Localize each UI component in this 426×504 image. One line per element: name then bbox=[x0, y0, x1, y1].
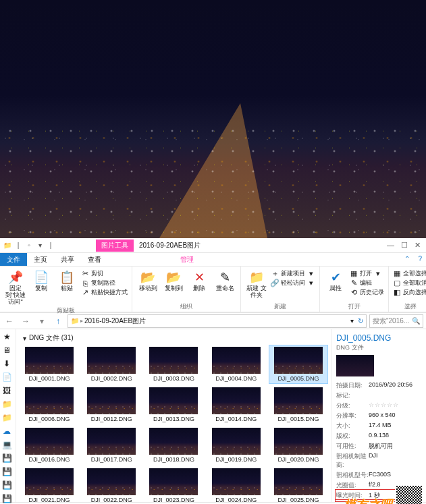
maximize-button[interactable]: ☐ bbox=[401, 241, 408, 250]
file-thumb[interactable]: DJI_0014.DNG bbox=[207, 386, 265, 424]
drive-icon[interactable]: 💾 bbox=[1, 494, 12, 503]
new-item-button[interactable]: ＋新建项目▾ bbox=[271, 269, 315, 278]
thumb-name: DJI_0003.DNG bbox=[153, 374, 194, 382]
easy-access-button[interactable]: 🔗轻松访问▾ bbox=[271, 279, 315, 287]
detail-row: 可用性:脱机可用 bbox=[336, 441, 422, 451]
tab-file[interactable]: 文件 bbox=[0, 253, 27, 266]
pictures-icon[interactable]: 🖼 bbox=[1, 386, 12, 395]
tab-home[interactable]: 主页 bbox=[27, 253, 54, 266]
detail-row: 大小:17.4 MB bbox=[336, 421, 422, 431]
thumb-image bbox=[212, 347, 261, 374]
hero-photo bbox=[0, 0, 426, 238]
delete-button[interactable]: ✕删除 bbox=[188, 268, 211, 292]
pin-button[interactable]: 📌 固定到"快速访问" bbox=[4, 268, 27, 306]
ribbon: 📌 固定到"快速访问" 📄 复制 📋 粘贴 ✂剪切 ⎘复制路径 ↗粘贴快捷方式 … bbox=[0, 267, 426, 312]
paste-shortcut-button[interactable]: ↗粘贴快捷方式 bbox=[81, 288, 128, 297]
file-thumb[interactable]: DJI_0015.DNG bbox=[269, 386, 327, 424]
file-thumb[interactable]: DJI_0012.DNG bbox=[82, 386, 140, 424]
file-thumb[interactable]: DJI_0021.DNG bbox=[20, 467, 78, 502]
onedrive-icon[interactable]: ☁ bbox=[1, 426, 12, 436]
selectnone-icon: ▢ bbox=[393, 279, 401, 287]
refresh-icon[interactable]: ↻ bbox=[358, 317, 363, 325]
drive-icon[interactable]: 💾 bbox=[1, 453, 12, 463]
search-input[interactable]: 搜索"2016... 🔍 bbox=[369, 314, 423, 328]
file-thumb[interactable]: DJI_0017.DNG bbox=[82, 426, 140, 464]
rename-button[interactable]: ✎重命名 bbox=[213, 268, 236, 292]
copyto-icon: 📂 bbox=[165, 269, 182, 285]
path-icon: ⎘ bbox=[81, 279, 89, 287]
tab-view[interactable]: 查看 bbox=[81, 253, 108, 266]
delete-icon: ✕ bbox=[191, 269, 207, 285]
ribbon-group-clipboard: 📌 固定到"快速访问" 📄 复制 📋 粘贴 ✂剪切 ⎘复制路径 ↗粘贴快捷方式 … bbox=[0, 267, 132, 312]
cut-button[interactable]: ✂剪切 bbox=[81, 269, 128, 278]
open-button[interactable]: ▦打开▾ bbox=[350, 269, 384, 278]
file-thumb[interactable]: DJI_0013.DNG bbox=[144, 386, 203, 424]
file-thumb[interactable]: DJI_0018.DNG bbox=[144, 426, 203, 464]
thumb-image bbox=[149, 468, 198, 495]
file-thumb[interactable]: DJI_0003.DNG bbox=[144, 345, 203, 383]
up-button[interactable]: ↑ bbox=[51, 314, 65, 328]
new-folder-button[interactable]: 📁新建 文件夹 bbox=[245, 268, 268, 299]
ribbon-collapse-icon[interactable]: ⌃ bbox=[400, 253, 414, 266]
edit-button[interactable]: ✎编辑 bbox=[350, 279, 384, 287]
qat-dropdown-icon[interactable]: ▾ bbox=[35, 241, 45, 250]
thispc-icon[interactable]: 💻 bbox=[1, 440, 12, 449]
select-all-button[interactable]: ▦全部选择 bbox=[393, 269, 426, 278]
tab-share[interactable]: 共享 bbox=[54, 253, 81, 266]
history-button[interactable]: ⟲历史记录 bbox=[350, 288, 384, 297]
file-thumb[interactable]: DJI_0023.DNG bbox=[144, 467, 203, 502]
select-none-button[interactable]: ▢全部取消 bbox=[393, 279, 426, 287]
help-icon[interactable]: ? bbox=[414, 253, 426, 266]
minimize-button[interactable]: — bbox=[387, 241, 394, 250]
ribbon-tabs: 文件 主页 共享 查看 管理 ⌃ ? bbox=[0, 253, 426, 267]
ribbon-group-select: ▦全部选择 ▢全部取消 ◧反向选择 选择 bbox=[389, 267, 426, 312]
quickaccess-icon[interactable]: ★ bbox=[1, 332, 12, 341]
documents-icon[interactable]: 📄 bbox=[1, 372, 12, 382]
dropdown-icon[interactable]: ▾ bbox=[350, 317, 354, 325]
move-to-button[interactable]: 📂移动到 bbox=[136, 268, 159, 292]
file-thumb[interactable]: DJI_0019.DNG bbox=[207, 426, 265, 464]
detail-row: 版权:0.9.138 bbox=[336, 431, 422, 441]
copy-to-button[interactable]: 📂复制到 bbox=[162, 268, 185, 292]
file-thumb[interactable]: DJI_0002.DNG bbox=[82, 345, 140, 383]
paste-button[interactable]: 📋 粘贴 bbox=[55, 268, 78, 292]
detail-row: 照相机型号:FC300S bbox=[336, 470, 422, 480]
detail-row: 分级:☆☆☆☆☆ bbox=[336, 401, 422, 411]
desktop-icon[interactable]: 🖥 bbox=[1, 345, 12, 355]
drive-icon[interactable]: 💾 bbox=[1, 467, 12, 476]
group-header[interactable]: ▾ DNG 文件 (31) bbox=[20, 332, 327, 345]
qr-code bbox=[395, 484, 423, 504]
breadcrumb-folder[interactable]: 2016-09-20AEB图片 bbox=[84, 316, 146, 326]
copy-button[interactable]: 📄 复制 bbox=[30, 268, 53, 292]
tab-manage[interactable]: 管理 bbox=[174, 253, 201, 266]
file-thumb[interactable]: DJI_0006.DNG bbox=[20, 386, 78, 424]
folder-icon[interactable]: 📁 bbox=[1, 413, 12, 422]
drive-icon[interactable]: 💾 bbox=[1, 480, 12, 490]
file-thumb[interactable]: DJI_0025.DNG bbox=[269, 467, 327, 502]
file-thumb[interactable]: DJI_0022.DNG bbox=[82, 467, 140, 502]
close-button[interactable]: ✕ bbox=[415, 241, 421, 250]
file-thumb[interactable]: DJI_0001.DNG bbox=[20, 345, 78, 383]
recent-dropdown[interactable]: ▾ bbox=[35, 314, 49, 328]
invert-selection-button[interactable]: ◧反向选择 bbox=[393, 288, 426, 297]
file-thumb[interactable]: DJI_0020.DNG bbox=[269, 426, 327, 464]
downloads-icon[interactable]: ⬇ bbox=[1, 359, 12, 368]
thumb-image bbox=[25, 387, 74, 414]
prop-value: 17.4 MB bbox=[369, 421, 422, 431]
back-button[interactable]: ← bbox=[3, 314, 16, 328]
file-thumb[interactable]: DJI_0004.DNG bbox=[207, 345, 265, 383]
file-thumb[interactable]: DJI_0024.DNG bbox=[207, 467, 265, 502]
thumb-name: DJI_0015.DNG bbox=[277, 414, 319, 422]
properties-button[interactable]: ✔属性 bbox=[324, 268, 347, 292]
file-thumb[interactable]: DJI_0005.DNG bbox=[269, 345, 327, 383]
prop-key: 分辨率: bbox=[336, 411, 369, 421]
thumb-name: DJI_0019.DNG bbox=[215, 455, 257, 463]
forward-button[interactable]: → bbox=[19, 314, 32, 328]
thumb-image bbox=[87, 428, 136, 455]
file-thumb[interactable]: DJI_0016.DNG bbox=[20, 426, 78, 464]
breadcrumb[interactable]: 📁 ▸ 2016-09-20AEB图片 ▾ ↻ bbox=[68, 314, 367, 328]
copy-path-button[interactable]: ⎘复制路径 bbox=[81, 279, 128, 287]
thumb-name: DJI_0002.DNG bbox=[91, 374, 132, 382]
qat-new-icon[interactable]: ▫ bbox=[24, 241, 34, 250]
folder-icon[interactable]: 📁 bbox=[1, 399, 12, 409]
